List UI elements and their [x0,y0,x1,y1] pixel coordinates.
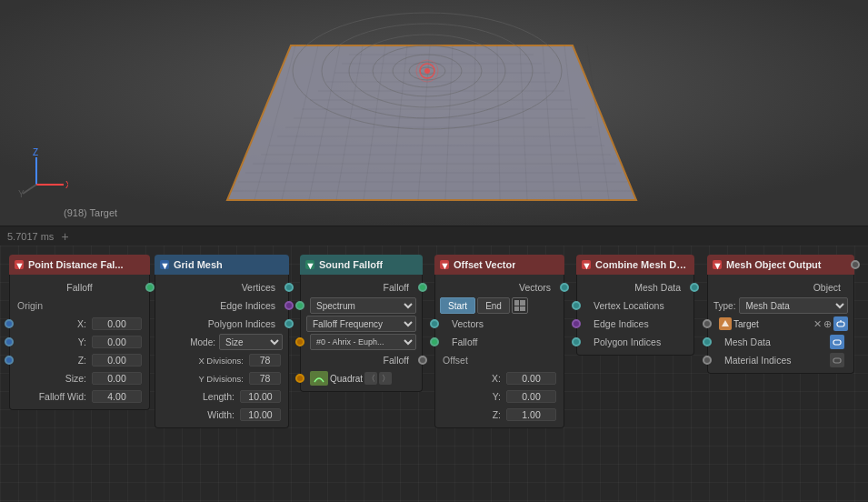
btn-start[interactable]: Start [440,297,475,314]
svg-marker-48 [722,320,729,326]
node-title-combine-mesh: Combine Mesh Data [595,259,689,270]
node-row-length[interactable]: Length: 10.00 [155,387,288,406]
timing-value: 5.7017 ms [7,231,54,242]
timing-bar: 5.7017 ms + [0,226,868,246]
shape-curve-icon [313,373,325,384]
value-y[interactable]: 0.00 [92,336,142,348]
value-size[interactable]: 0.00 [92,372,142,385]
node-title-sound-falloff: Sound Falloff [319,259,383,270]
axis-svg: Z X Y [18,148,68,198]
node-icon-point-distance: ▼ [15,260,24,269]
node-row-sf-mode[interactable]: #0 - Ahrix - Euph... [301,333,422,351]
socket-ov-vectors-in [430,319,439,328]
value-x-div[interactable]: 78 [249,354,281,366]
label-width: Width: [163,409,240,420]
node-row-y-div[interactable]: Y Divisions: 78 [155,369,288,387]
label-mo-material: Material Indices [715,355,830,366]
node-row-x-div[interactable]: X Divisions: 78 [155,351,288,369]
node-icon-mesh-output: ▼ [713,260,722,269]
node-offset-vector-body: Vectors Start End Vectors [434,275,564,428]
node-row-edge-indices-out: Edge Indices [155,296,288,315]
label-cm-vertex: Vertex Locations [584,300,686,311]
btn-shape-1[interactable]: 〈 [364,372,377,385]
label-ov-x: X: [443,373,506,384]
btn-mo-mesh-link[interactable] [830,335,844,349]
node-row-ov-falloff: Falloff [435,333,564,351]
node-row-x[interactable]: X: 0.00 [10,315,149,333]
label-mode: Mode: [161,337,219,347]
falloff-freq-select[interactable]: Falloff Frequency [306,316,416,332]
label-mo-mesh-in: Mesh Data [715,336,830,347]
label-falloff-wid: Falloff Wid: [17,391,92,402]
value-falloff-wid[interactable]: 4.00 [92,390,142,403]
node-row-ov-vectors-out: Vectors [435,278,564,296]
node-row-mode[interactable]: Mode: Size [155,333,288,351]
mo-type-select[interactable]: Mesh Data [739,297,848,314]
socket-cm-polygon-in [572,337,581,346]
node-row-ov-x[interactable]: X: 0.00 [435,369,564,387]
node-mesh-output-header[interactable]: ▼ Mesh Object Output [707,255,854,275]
node-row-mo-type[interactable]: Type: Mesh Data [708,296,853,315]
socket-sf-falloff-out [418,283,427,292]
svg-rect-52 [833,358,841,363]
socket-edge-out [284,301,294,310]
node-row-mo-material: Material Indices [708,351,853,369]
value-y-div[interactable]: 78 [249,372,281,385]
label-ov-falloff: Falloff [443,336,556,347]
btn-shape-2[interactable]: 〉 [379,372,392,385]
add-button[interactable]: + [61,229,68,244]
label-ov-vectors-in: Vectors [443,318,556,329]
grid-view-btn[interactable] [512,297,528,314]
btn-mo-material-link[interactable] [830,353,844,367]
node-sound-falloff-body: Falloff Spectrum Falloff Frequency [300,275,423,392]
btn-mo-close[interactable]: ✕ [813,318,822,330]
node-point-distance-header[interactable]: ▼ Point Distance Fal... [9,255,150,275]
node-point-distance-body: Falloff Origin X: 0.00 Y: 0.00 [9,275,150,410]
node-row-ov-z[interactable]: Z: 1.00 [435,406,564,424]
node-row-size[interactable]: Size: 0.00 [10,369,149,387]
node-row-start-end[interactable]: Start End [435,296,564,315]
node-row-sf-shape[interactable]: Quadrat 〈 〉 [301,369,422,387]
node-row-y[interactable]: Y: 0.00 [10,333,149,351]
node-row-width[interactable]: Width: 10.00 [155,406,288,424]
node-row-ov-y[interactable]: Y: 0.00 [435,387,564,406]
spectrum-select[interactable]: Spectrum [310,297,416,314]
node-row-falloff-freq[interactable]: Falloff Frequency [301,315,422,333]
btn-mo-add[interactable]: ⊕ [823,318,832,330]
label-vertices: Vertices [163,282,281,293]
svg-text:X: X [65,180,68,190]
node-offset-vector-header[interactable]: ▼ Offset Vector [434,255,564,275]
value-z[interactable]: 0.00 [92,354,142,366]
sf-mode-select[interactable]: #0 - Ahrix - Euph... [310,334,416,350]
value-width[interactable]: 10.00 [240,408,281,421]
value-ov-x[interactable]: 0.00 [506,372,556,385]
label-y-div: Y Divisions: [163,374,249,384]
node-row-origin: Origin [10,296,149,315]
node-grid-mesh-header[interactable]: ▼ Grid Mesh [155,255,289,275]
node-row-mo-target[interactable]: Target ✕ ⊕ [708,315,853,333]
axis-indicator: Z X Y [18,148,68,198]
target-label: (918) Target [64,207,117,218]
value-length[interactable]: 10.00 [240,390,281,403]
node-sound-falloff: ▼ Sound Falloff Falloff Spectrum Falloff… [300,255,423,392]
node-sound-falloff-header[interactable]: ▼ Sound Falloff [300,255,423,275]
node-row-spectrum[interactable]: Spectrum [301,296,422,315]
btn-end[interactable]: End [477,297,510,314]
node-row-falloff-wid[interactable]: Falloff Wid: 4.00 [10,387,149,406]
value-ov-y[interactable]: 0.00 [506,390,556,403]
shape-icon [310,371,328,386]
value-x[interactable]: 0.00 [92,317,142,330]
label-mo-target: Target [733,319,812,329]
btn-mo-link[interactable] [833,316,848,331]
mode-select[interactable]: Size [219,334,283,350]
node-combine-mesh-header[interactable]: ▼ Combine Mesh Data [576,255,694,275]
node-combine-mesh: ▼ Combine Mesh Data Mesh Data Vertex Loc… [576,255,694,356]
value-ov-z[interactable]: 1.00 [506,408,556,421]
node-title-offset-vector: Offset Vector [454,259,515,270]
node-row-z[interactable]: Z: 0.00 [10,351,149,369]
label-ov-offset: Offset [443,355,556,366]
material-link-icon [833,356,842,365]
label-size: Size: [17,373,92,384]
socket-cm-edge-in [572,319,581,328]
node-editor: ▼ Point Distance Fal... Falloff Origin X… [0,246,868,502]
